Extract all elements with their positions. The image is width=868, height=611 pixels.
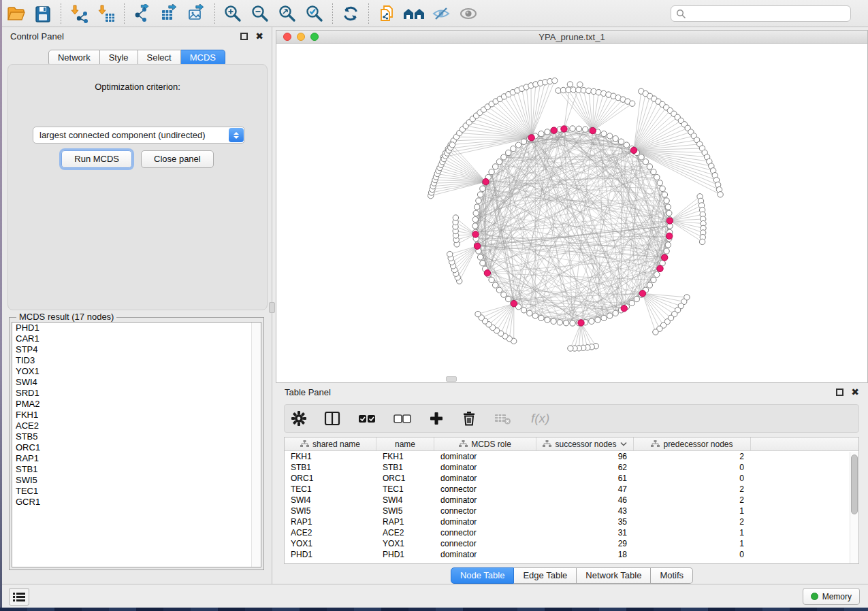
mcds-result-item[interactable]: ORC1 [12,442,261,453]
toggle-panel-columns-icon[interactable] [324,411,340,426]
ring-node[interactable] [629,300,634,306]
dominator-node[interactable] [551,127,557,133]
ring-node[interactable] [551,318,556,324]
ring-node[interactable] [570,320,575,326]
export-image-icon[interactable] [185,3,208,24]
ring-node[interactable] [539,315,544,320]
dominator-node[interactable] [621,306,627,312]
ring-node[interactable] [563,320,568,326]
dominator-node[interactable] [528,135,534,141]
satellite-node[interactable] [475,311,481,316]
ring-node[interactable] [545,129,550,135]
mcds-result-item[interactable]: YOX1 [12,366,261,377]
ring-node[interactable] [601,131,607,136]
ring-node[interactable] [557,320,562,325]
table-row[interactable]: SWI4SWI4dominator462 [285,495,858,506]
ring-node[interactable] [576,126,581,131]
dominator-node[interactable] [657,265,663,271]
table-row[interactable]: FKH1FKH1dominator962 [285,451,858,462]
ring-node[interactable] [589,318,594,324]
mcds-result-item[interactable]: STB5 [12,431,261,442]
zoom-out-icon[interactable] [248,3,272,24]
zoom-fit-icon[interactable] [276,3,299,24]
criterion-dropdown[interactable]: largest connected component (undirected) [33,127,245,144]
table-row[interactable]: ACE2ACE2connector311 [285,527,858,538]
float-panel-icon[interactable] [240,33,248,40]
dominator-node[interactable] [561,126,567,132]
select-all-rows-icon[interactable] [358,411,376,426]
ring-node[interactable] [664,248,669,254]
ring-node[interactable] [607,313,613,318]
show-all-icon[interactable] [457,3,480,24]
mcds-result-item[interactable]: STB1 [12,464,261,475]
run-mcds-button[interactable]: Run MCDS [61,150,132,168]
ring-node[interactable] [521,139,526,144]
dominator-node[interactable] [666,233,673,239]
ring-node[interactable] [643,159,648,165]
ring-node[interactable] [473,210,479,216]
dominator-node[interactable] [662,254,668,261]
ring-node[interactable] [647,164,652,169]
mcds-result-item[interactable]: SWI5 [12,475,261,486]
ring-node[interactable] [492,164,498,169]
ring-node[interactable] [472,223,478,229]
ring-node[interactable] [666,210,672,216]
ring-node[interactable] [665,204,671,210]
table-row[interactable]: YOX1YOX1connector291 [285,538,858,549]
ring-node[interactable] [664,198,669,203]
table-scrollbar-thumb[interactable] [851,455,858,514]
mcds-result-item[interactable]: RAP1 [12,453,261,464]
mcds-result-item[interactable]: SWI4 [12,377,261,388]
satellite-node[interactable] [449,142,455,148]
table-row[interactable]: TEC1TEC1connector472 [285,484,858,495]
open-file-icon[interactable] [4,3,27,24]
satellite-node[interactable] [567,82,573,87]
ring-node[interactable] [657,180,662,186]
dominator-node[interactable] [578,320,584,326]
ring-node[interactable] [476,198,481,203]
ring-node[interactable] [601,315,607,320]
ring-node[interactable] [477,192,483,197]
network-window-titlebar[interactable]: YPA_prune.txt_1 [276,31,867,44]
ring-node[interactable] [480,186,485,191]
ring-node[interactable] [624,142,629,148]
column-header-name[interactable]: name [376,437,434,450]
vertical-splitter-handle[interactable] [269,302,275,313]
dominator-node[interactable] [511,301,517,307]
first-neighbors-icon[interactable] [402,3,425,24]
hide-selected-icon[interactable] [430,3,453,24]
table-row[interactable]: SWI5SWI5connector431 [285,506,858,516]
export-table-icon[interactable] [158,3,181,24]
table-row[interactable]: PHD1PHD1dominator180 [285,549,858,560]
ring-node[interactable] [634,296,639,301]
deselect-all-rows-icon[interactable] [393,411,411,426]
ring-node[interactable] [539,131,544,136]
dominator-node[interactable] [630,147,637,153]
mcds-result-item[interactable]: TID3 [12,355,261,366]
tab-node-table[interactable]: Node Table [451,567,515,584]
ring-node[interactable] [545,317,550,323]
dominator-node[interactable] [666,218,673,224]
ring-node[interactable] [607,133,613,139]
ring-node[interactable] [570,126,575,131]
satellite-node[interactable] [552,78,558,83]
zoom-in-icon[interactable] [221,3,244,24]
settings-gear-icon[interactable] [291,411,306,426]
mcds-result-item[interactable]: PMA2 [12,399,261,410]
dominator-node[interactable] [484,270,490,276]
add-column-icon[interactable] [429,411,444,426]
mcds-result-item[interactable]: GCR1 [12,497,261,508]
table-row[interactable]: ORC1ORC1dominator610 [285,473,858,484]
ring-node[interactable] [475,204,480,210]
ring-node[interactable] [613,136,618,142]
ring-node[interactable] [660,186,665,191]
delete-columns-icon[interactable] [462,411,477,426]
column-header-shared-name[interactable]: shared name [285,437,376,450]
mcds-result-item[interactable]: TEC1 [12,486,261,497]
ring-node[interactable] [639,154,644,160]
ring-node[interactable] [662,192,667,197]
ring-node[interactable] [506,150,511,155]
ring-node[interactable] [480,261,485,266]
ring-node[interactable] [665,242,671,248]
ring-node[interactable] [501,154,507,160]
